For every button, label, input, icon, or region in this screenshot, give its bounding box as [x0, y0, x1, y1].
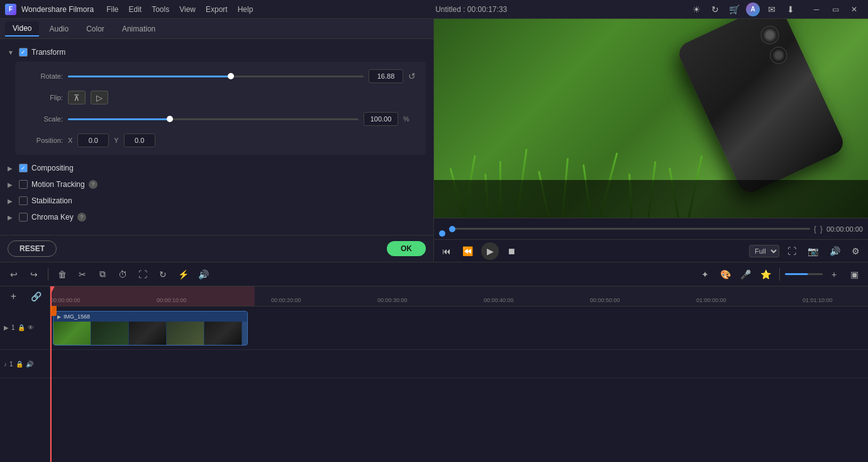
menu-tools[interactable]: Tools	[152, 5, 169, 14]
compositing-section-header[interactable]: ▶ ✓ Compositing	[0, 160, 433, 176]
menu-file[interactable]: File	[106, 5, 118, 14]
stabilization-chevron: ▶	[8, 198, 15, 205]
eye-icon[interactable]: 👁	[28, 324, 34, 331]
menu-help[interactable]: Help	[238, 5, 253, 14]
tab-bar: Video Audio Color Animation	[0, 19, 433, 39]
volume-slider[interactable]	[785, 273, 823, 275]
split-button[interactable]: ⚡	[174, 266, 192, 283]
app-name: Wondershare Filmora	[21, 5, 94, 14]
sticker-button[interactable]: ⭐	[757, 266, 774, 283]
menu-edit[interactable]: Edit	[129, 5, 142, 14]
playhead-zone	[50, 286, 255, 306]
motion-tracking-section-header[interactable]: ▶ Motion Tracking ?	[0, 176, 433, 193]
audio-track-label: ♪ 1 🔒 🔊	[0, 350, 50, 378]
rotate-slider[interactable]	[68, 76, 364, 77]
minimize-button[interactable]: ─	[808, 3, 825, 16]
chroma-key-checkbox[interactable]	[19, 213, 28, 222]
play-button[interactable]: ▶	[481, 242, 499, 260]
speed-button[interactable]: ⏱	[114, 266, 131, 283]
ruler-mark-5: 00:00:50:00	[590, 297, 620, 303]
close-button[interactable]: ✕	[845, 3, 863, 16]
title-display: Untitled : 00:00:17:33	[435, 5, 507, 14]
audio-track-icon: ♪	[4, 361, 7, 368]
audio-volume-icon[interactable]: 🔊	[26, 361, 33, 368]
compositing-checkbox[interactable]: ✓	[19, 164, 28, 172]
mail-icon[interactable]: ✉	[765, 3, 779, 16]
rotate-reset-icon[interactable]: ↺	[408, 71, 416, 81]
tab-animation[interactable]: Animation	[114, 22, 163, 36]
menu-view[interactable]: View	[179, 5, 196, 14]
camera-lens-1	[757, 23, 782, 48]
motion-tracking-info-icon[interactable]: ?	[89, 180, 97, 189]
undo-button[interactable]: ↩	[5, 266, 23, 283]
flip-h-button[interactable]: ⊼	[68, 91, 86, 104]
lock-icon[interactable]: 🔒	[18, 324, 25, 331]
ruler-mark-2: 00:00:20:00	[271, 297, 301, 303]
volume-button[interactable]: 🔊	[826, 244, 843, 258]
rotate-input[interactable]	[369, 69, 403, 83]
tab-color[interactable]: Color	[79, 22, 112, 36]
cart-icon[interactable]: 🛒	[727, 3, 741, 16]
compositing-chevron: ▶	[8, 165, 15, 172]
reset-button[interactable]: RESET	[8, 240, 57, 257]
timeline-tracks: ▶ 1 🔒 👁 ♪ 1 🔒 🔊 ▶ IMG_	[0, 306, 868, 462]
add-track-button[interactable]: +	[5, 288, 23, 305]
audio-lock-icon[interactable]: 🔒	[16, 361, 23, 368]
chroma-key-info-icon[interactable]: ?	[77, 213, 86, 222]
audio-tool-button[interactable]: 🔊	[194, 266, 212, 283]
mic-button[interactable]: 🎤	[737, 266, 754, 283]
delete-button[interactable]: 🗑	[53, 266, 71, 283]
transform-title: Transform	[31, 48, 65, 57]
stop-button[interactable]: ⏹	[504, 244, 519, 258]
position-y-input[interactable]	[124, 133, 155, 147]
sun-icon[interactable]: ☀	[689, 3, 703, 16]
avatar[interactable]: A	[746, 3, 760, 16]
skip-back-button[interactable]: ⏮	[439, 244, 454, 258]
settings-button[interactable]: ⚙	[849, 244, 863, 258]
zoom-in-button[interactable]: +	[825, 266, 843, 283]
copy-button[interactable]: ⧉	[94, 266, 111, 283]
chroma-key-section-header[interactable]: ▶ Chroma Key ?	[0, 209, 433, 225]
rotate-tool-button[interactable]: ↻	[154, 266, 172, 283]
chroma-key-chevron: ▶	[8, 214, 15, 221]
zoom-out-button[interactable]: ▣	[845, 266, 863, 283]
scale-input[interactable]	[364, 112, 398, 126]
position-row: Position: X Y	[25, 133, 416, 147]
ok-button[interactable]: OK	[387, 241, 426, 256]
track-content: ▶ IMG_1568	[50, 306, 868, 462]
clip-thumb-5	[204, 322, 242, 346]
maximize-button[interactable]: ▭	[826, 3, 844, 16]
transform-checkbox[interactable]: ✓	[19, 48, 28, 57]
stabilization-checkbox[interactable]	[19, 196, 28, 205]
motion-tracking-checkbox[interactable]	[19, 180, 28, 189]
position-x-input[interactable]	[77, 133, 109, 147]
right-panel: { } 00:00:00:00 ⏮ ⏪ ▶ ⏹ Full ⛶ 📷 🔊 ⚙	[434, 19, 868, 262]
preview-area	[434, 19, 868, 218]
progress-slider[interactable]	[449, 228, 810, 230]
color-tool-button[interactable]: 🎨	[716, 266, 734, 283]
effects-button[interactable]: ✦	[696, 266, 714, 283]
scale-slider[interactable]	[68, 118, 359, 120]
playback-controls: ⏮ ⏪ ▶ ⏹ Full ⛶ 📷 🔊 ⚙	[434, 239, 868, 262]
transform-section-header[interactable]: ▼ ✓ Transform	[0, 44, 433, 60]
download-icon[interactable]: ⬇	[784, 3, 798, 16]
step-back-button[interactable]: ⏪	[459, 244, 476, 258]
screenshot-button[interactable]: 📷	[804, 244, 821, 258]
redo-button[interactable]: ↪	[25, 266, 43, 283]
quality-select[interactable]: Full	[749, 245, 779, 257]
stabilization-section-header[interactable]: ▶ Stabilization	[0, 193, 433, 209]
refresh-icon[interactable]: ↻	[708, 3, 722, 16]
link-track-button[interactable]: 🔗	[28, 288, 45, 305]
crop-button[interactable]: ⛶	[134, 266, 152, 283]
fullscreen-button[interactable]: ⛶	[784, 244, 799, 258]
tab-audio[interactable]: Audio	[42, 22, 76, 36]
cut-button[interactable]: ✂	[74, 266, 91, 283]
tab-video[interactable]: Video	[5, 21, 39, 37]
y-label: Y	[114, 137, 118, 144]
chroma-key-title: Chroma Key	[31, 213, 74, 222]
flip-v-button[interactable]: ▷	[91, 91, 108, 104]
window-controls: ─ ▭ ✕	[808, 3, 863, 16]
toolbar-separator-2	[779, 268, 780, 281]
menu-export[interactable]: Export	[206, 5, 228, 14]
video-clip[interactable]: ▶ IMG_1568	[53, 311, 248, 346]
